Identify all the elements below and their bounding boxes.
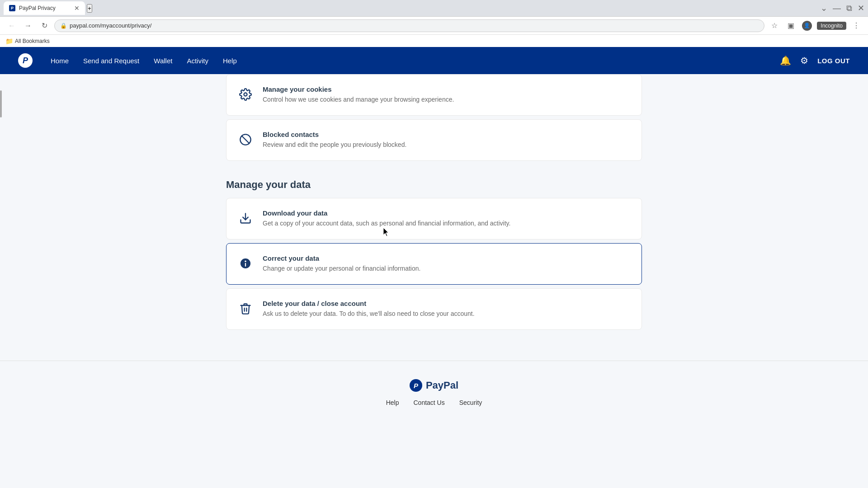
- tab-title: PayPal Privacy: [19, 5, 71, 11]
- correct-card-content: Correct your data Change or update your …: [263, 254, 631, 273]
- svg-point-0: [244, 93, 247, 96]
- menu-icon[interactable]: ⋮: [850, 19, 863, 32]
- incognito-badge: Incognito: [817, 22, 846, 30]
- settings-gear-icon[interactable]: ⚙: [800, 55, 808, 66]
- download-icon: [237, 210, 254, 226]
- nav-wallet[interactable]: Wallet: [154, 57, 172, 65]
- refresh-button[interactable]: ↻: [38, 19, 51, 32]
- notification-bell-icon[interactable]: 🔔: [780, 55, 791, 66]
- manage-data-heading: Manage your data: [226, 179, 642, 191]
- main-content: Manage your cookies Control how we use c…: [217, 74, 651, 361]
- account-icon[interactable]: 👤: [801, 19, 813, 32]
- footer-security-link[interactable]: Security: [459, 399, 482, 406]
- svg-line-2: [242, 136, 249, 143]
- new-tab-button[interactable]: +: [87, 4, 92, 13]
- cookies-desc: Control how we use cookies and manage yo…: [263, 95, 631, 104]
- footer-links: Help Contact Us Security: [386, 399, 482, 406]
- url-text: paypal.com/myaccount/privacy/: [70, 22, 759, 29]
- tab-dropdown-button[interactable]: ⌄: [821, 3, 827, 13]
- cast-icon[interactable]: ▣: [784, 19, 797, 32]
- cookies-gear-icon: [237, 86, 254, 103]
- blocked-contacts-card[interactable]: Blocked contacts Review and edit the peo…: [226, 119, 642, 161]
- navbar-logo[interactable]: P: [18, 53, 33, 68]
- cookies-card[interactable]: Manage your cookies Control how we use c…: [226, 74, 642, 116]
- browser-tab[interactable]: P PayPal Privacy ✕: [4, 1, 85, 15]
- delete-title: Delete your data / close account: [263, 300, 631, 307]
- incognito-avatar: 👤: [802, 21, 812, 31]
- nav-home[interactable]: Home: [51, 57, 69, 65]
- blocked-icon: [237, 131, 254, 148]
- cookies-title: Manage your cookies: [263, 85, 631, 93]
- download-desc: Get a copy of your account data, such as…: [263, 219, 631, 228]
- footer-help-link[interactable]: Help: [386, 399, 399, 406]
- nav-activity[interactable]: Activity: [187, 57, 208, 65]
- bookmarks-label: All Bookmarks: [15, 38, 50, 44]
- nav-help[interactable]: Help: [223, 57, 237, 65]
- blocked-card-content: Blocked contacts Review and edit the peo…: [263, 131, 631, 150]
- footer-contact-link[interactable]: Contact Us: [413, 399, 444, 406]
- paypal-logo-circle: P: [18, 53, 33, 68]
- delete-desc: Ask us to delete your data. To do this, …: [263, 309, 631, 319]
- correct-data-card[interactable]: Correct your data Change or update your …: [226, 243, 642, 285]
- footer: P PayPal Help Contact Us Security: [0, 361, 868, 420]
- correct-desc: Change or update your personal or financ…: [263, 264, 631, 273]
- scrollbar-indicator[interactable]: [0, 90, 2, 117]
- blocked-desc: Review and edit the people you previousl…: [263, 140, 631, 150]
- nav-links: Home Send and Request Wallet Activity He…: [51, 57, 762, 65]
- footer-brand: PayPal: [426, 380, 458, 391]
- cookies-card-content: Manage your cookies Control how we use c…: [263, 85, 631, 104]
- lock-icon: 🔒: [60, 23, 67, 29]
- download-title: Download your data: [263, 209, 631, 217]
- delete-card-content: Delete your data / close account Ask us …: [263, 300, 631, 319]
- delete-data-card[interactable]: Delete your data / close account Ask us …: [226, 288, 642, 330]
- navbar-right: 🔔 ⚙ LOG OUT: [780, 55, 850, 66]
- download-card-content: Download your data Get a copy of your ac…: [263, 209, 631, 228]
- close-window-button[interactable]: ✕: [858, 3, 864, 13]
- footer-paypal-letter: P: [414, 382, 418, 389]
- address-bar[interactable]: 🔒 paypal.com/myaccount/privacy/: [54, 19, 764, 32]
- logout-button[interactable]: LOG OUT: [817, 57, 850, 65]
- correct-title: Correct your data: [263, 254, 631, 262]
- footer-inner: P PayPal Help Contact Us Security: [217, 379, 651, 406]
- restore-button[interactable]: ⧉: [846, 4, 852, 13]
- footer-paypal-circle: P: [410, 379, 422, 392]
- footer-logo: P PayPal: [410, 379, 458, 392]
- forward-button[interactable]: →: [22, 19, 34, 32]
- back-button[interactable]: ←: [5, 19, 18, 32]
- bookmark-star-icon[interactable]: ☆: [768, 19, 781, 32]
- trash-icon: [237, 300, 254, 317]
- paypal-p-letter: P: [23, 56, 28, 66]
- minimize-button[interactable]: —: [833, 4, 841, 13]
- nav-send-request[interactable]: Send and Request: [83, 57, 139, 65]
- blocked-title: Blocked contacts: [263, 131, 631, 138]
- download-data-card[interactable]: Download your data Get a copy of your ac…: [226, 198, 642, 239]
- info-icon: [237, 255, 254, 272]
- tab-close-button[interactable]: ✕: [74, 5, 80, 12]
- bookmarks-folder-icon: 📁: [5, 38, 13, 45]
- navbar: P Home Send and Request Wallet Activity …: [0, 47, 868, 74]
- tab-favicon: P: [9, 5, 15, 11]
